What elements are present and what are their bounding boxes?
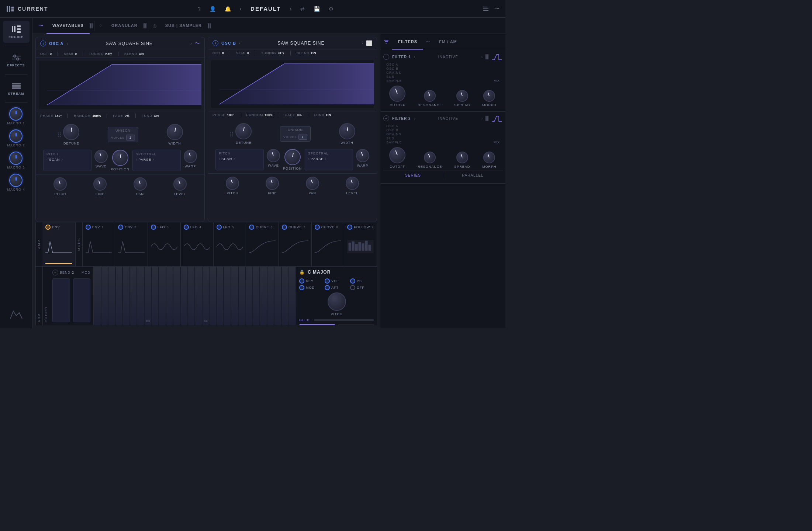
osc-a-drag-handle[interactable] (57, 131, 62, 139)
osc-b-fine-knob[interactable] (266, 177, 279, 190)
macro4-knob[interactable] (9, 174, 23, 187)
prev-preset-button[interactable]: ‹ (240, 6, 242, 12)
filter1-resonance-knob[interactable] (424, 90, 436, 102)
bell-icon[interactable]: 🔔 (225, 6, 231, 12)
mod-tab-curve7[interactable]: CURVE 7 (279, 222, 312, 266)
filter1-spread-knob[interactable] (456, 90, 468, 102)
osc-b-scan-next[interactable]: › (234, 157, 235, 161)
piano-key-white[interactable] (253, 267, 260, 325)
piano-key-white[interactable] (245, 267, 253, 325)
filter2-spread-knob[interactable] (456, 152, 468, 163)
glide-bar[interactable] (314, 319, 374, 321)
osc-a-scan-next[interactable]: › (61, 157, 62, 162)
mod-tab-follow9[interactable]: FOLLOW 9 (344, 222, 377, 266)
osc-a-scan-prev[interactable]: ‹ (46, 157, 48, 162)
osc-b-wave-knob[interactable] (267, 149, 280, 162)
osc-a-info-icon[interactable]: i (40, 41, 46, 46)
piano-key-white[interactable] (289, 267, 296, 325)
macro3-knob[interactable] (9, 152, 23, 165)
user-icon[interactable]: 👤 (210, 6, 216, 12)
tab-wavetables[interactable]: WAVETABLES (46, 18, 90, 34)
tab-granular[interactable]: GRANULAR (106, 18, 144, 34)
pitch-knob[interactable] (328, 292, 346, 311)
piano-key-white[interactable] (209, 267, 217, 325)
osc-b-scan-prev[interactable]: ‹ (219, 157, 220, 161)
piano-key-white[interactable] (94, 267, 101, 325)
osc-a-warp-knob[interactable] (184, 150, 197, 163)
random-icon[interactable]: ⇄ (300, 6, 305, 12)
osc-a-width-knob[interactable] (167, 124, 183, 140)
osc-a-detune-knob[interactable] (63, 123, 80, 141)
tab-sub-sampler[interactable]: SUB | SAMPLER (159, 18, 208, 34)
filter2-nav-next[interactable]: › (481, 117, 483, 121)
piano-key-white[interactable] (267, 267, 274, 325)
next-preset-button[interactable]: › (290, 6, 291, 12)
filter2-morph-knob[interactable] (483, 152, 495, 163)
osc-a-fine-knob[interactable] (93, 177, 107, 191)
piano-key-white[interactable] (108, 267, 115, 325)
piano-key-white[interactable] (195, 267, 202, 325)
osc-a-level-knob[interactable] (173, 177, 187, 191)
piano-key-white[interactable] (130, 267, 137, 325)
piano-key-white[interactable] (180, 267, 188, 325)
mono-button[interactable]: MONO (299, 324, 335, 325)
mod-tab-env-active[interactable]: + ENV (42, 222, 75, 266)
series-btn[interactable]: SERIES (383, 172, 443, 179)
piano-key-white[interactable] (122, 267, 130, 325)
osc-a-next[interactable]: › (190, 41, 192, 46)
filter2-minus[interactable]: − (383, 115, 389, 121)
sidebar-item-stream[interactable]: STREAM (3, 77, 30, 100)
filter1-nav-next[interactable]: › (481, 55, 483, 59)
settings-icon[interactable]: ⚙ (329, 6, 334, 12)
osc-a-pitch-knob[interactable] (53, 177, 67, 191)
osc-b-drag-handle[interactable] (229, 130, 234, 138)
piano-key-white[interactable] (173, 267, 180, 325)
macro1-knob[interactable] (9, 107, 23, 121)
osc-a-prev[interactable]: ‹ (66, 41, 68, 46)
filter2-nav-prev[interactable]: ‹ (414, 117, 415, 121)
mod-tab-env2[interactable]: ENV 2 (115, 222, 148, 266)
macro2-knob[interactable] (9, 129, 23, 143)
mod-tab-curve8[interactable]: CURVE 8 (312, 222, 345, 266)
piano-key-white[interactable] (217, 267, 224, 325)
piano-key-white[interactable] (188, 267, 195, 325)
osc-b-parse-prev[interactable]: ‹ (308, 157, 309, 161)
piano-key-white[interactable] (101, 267, 108, 325)
parallel-btn[interactable]: PARALLEL (443, 172, 502, 179)
osc-b-parse-next[interactable]: › (325, 157, 326, 161)
bend-minus-btn[interactable]: − (52, 270, 58, 275)
osc-b-detune-knob[interactable] (235, 123, 252, 139)
osc-a-position-knob[interactable] (112, 150, 128, 166)
menu-lines[interactable] (483, 7, 488, 11)
osc-b-level-knob[interactable] (346, 177, 359, 190)
macro1-container[interactable]: MACRO 1 (6, 106, 26, 126)
piano-key-white[interactable] (152, 267, 159, 325)
macro2-container[interactable]: MACRO 2 (6, 128, 26, 149)
legato-button[interactable]: LEGATO (338, 324, 374, 325)
piano-key-white[interactable] (115, 267, 123, 325)
piano-key-white[interactable] (224, 267, 231, 325)
tab-fmam[interactable]: FM / AM (433, 34, 463, 50)
osc-a-pan-knob[interactable] (134, 177, 147, 191)
filter1-minus[interactable]: − (383, 54, 389, 60)
osc-b-prev[interactable]: ‹ (239, 41, 241, 46)
piano-key-white[interactable] (159, 267, 166, 325)
osc-b-position-knob[interactable] (284, 149, 301, 165)
mod-tab-lfo5[interactable]: LFO 5 (214, 222, 246, 266)
piano-key-white[interactable] (260, 267, 267, 325)
sidebar-item-engine[interactable]: ENGINE (3, 21, 30, 43)
osc-a-parse-next[interactable]: › (153, 157, 154, 162)
filter1-nav-prev[interactable]: ‹ (414, 55, 415, 59)
mod-tab-curve6[interactable]: CURVE 6 (246, 222, 279, 266)
osc-a-parse-prev[interactable]: ‹ (136, 157, 137, 162)
bend-slider[interactable] (52, 278, 70, 322)
mod-tab-env1[interactable]: ENV 1 (83, 222, 115, 266)
piano-key-white[interactable] (166, 267, 173, 325)
osc-b-pitch-knob[interactable] (226, 177, 239, 190)
filter2-resonance-knob[interactable] (424, 152, 436, 163)
help-icon[interactable]: ? (198, 6, 201, 12)
osc-b-info-icon[interactable]: i (212, 40, 218, 46)
osc-b-next[interactable]: › (362, 41, 363, 46)
piano-key-white[interactable] (281, 267, 289, 325)
macro4-container[interactable]: MACRO 4 (6, 172, 26, 193)
